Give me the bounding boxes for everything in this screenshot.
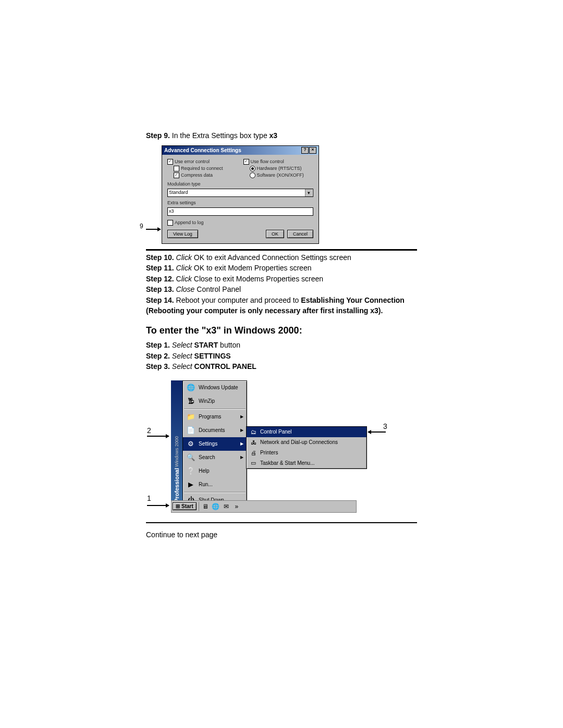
callout-1-arrow bbox=[147, 505, 169, 506]
chevron-right-icon: ▶ bbox=[240, 414, 243, 419]
menu-item-windows-update[interactable]: 🌐Windows Update bbox=[183, 381, 247, 394]
step-14: Step 14. Reboot your computer and procee… bbox=[146, 295, 417, 316]
step-1: Step 1. Select START button bbox=[146, 340, 417, 351]
globe-icon: 🌐 bbox=[186, 383, 195, 392]
start-button[interactable]: ⊞Start bbox=[173, 502, 197, 510]
figure-advanced-connection-settings: 9 Advanced Connection Settings ? × ✓Use … bbox=[146, 145, 417, 244]
input-extra-settings[interactable]: x3 bbox=[167, 207, 313, 216]
checkbox-use-flow-control[interactable]: ✓Use flow control bbox=[243, 159, 313, 165]
step-9: Step 9. In the Extra Settings box type x… bbox=[146, 131, 417, 141]
document-page: Step 9. In the Extra Settings box type x… bbox=[0, 0, 563, 581]
windows-icon: ⊞ bbox=[176, 503, 180, 509]
control-panel-icon: 🗂 bbox=[250, 428, 257, 436]
close-icon[interactable]: × bbox=[309, 147, 316, 154]
menu-item-documents[interactable]: 📄Documents▶ bbox=[183, 424, 247, 437]
section-heading: To enter the "x3" in Windows 2000: bbox=[146, 325, 417, 336]
step-11: Step 11. Click OK to exit Modem Properti… bbox=[146, 263, 417, 274]
select-modulation-type[interactable]: Standard bbox=[167, 189, 313, 197]
help-icon: ❔ bbox=[186, 466, 195, 476]
checkbox-required-to-connect[interactable]: Required to connect bbox=[174, 166, 237, 171]
start-menu: 🌐Windows Update 🗜WinZip 📁Programs▶ 📄Docu… bbox=[182, 380, 247, 508]
callout-9-arrow bbox=[146, 229, 161, 230]
menu-item-winzip[interactable]: 🗜WinZip bbox=[183, 394, 247, 408]
figure-start-menu: 2 1 3 Professional Windows 2000 🌐Windows… bbox=[146, 377, 417, 518]
view-log-button[interactable]: View Log bbox=[167, 230, 198, 238]
label-modulation-type: Modulation type bbox=[167, 181, 313, 187]
menu-item-help[interactable]: ❔Help bbox=[183, 464, 247, 478]
help-icon[interactable]: ? bbox=[301, 147, 309, 154]
menu-item-run[interactable]: ▶Run... bbox=[183, 478, 247, 491]
divider bbox=[146, 249, 417, 251]
programs-icon: 📁 bbox=[186, 412, 195, 422]
start-menu-sidebar-text: Professional Windows 2000 bbox=[171, 380, 182, 504]
callout-3-arrow bbox=[368, 431, 386, 433]
step-13: Step 13. Close Control Panel bbox=[146, 285, 417, 295]
winzip-icon: 🗜 bbox=[186, 397, 195, 406]
checkbox-use-error-control[interactable]: ✓Use error control bbox=[167, 159, 237, 165]
chevron-right-icon: ▶ bbox=[240, 428, 243, 433]
dialog-window: Advanced Connection Settings ? × ✓Use er… bbox=[162, 145, 319, 244]
taskbar: ⊞Start 🖥 🌐 ✉ » bbox=[171, 500, 357, 513]
checkbox-compress-data[interactable]: ✓Compress data bbox=[174, 172, 237, 178]
menu-separator bbox=[184, 409, 246, 410]
label-extra-settings: Extra settings bbox=[167, 200, 313, 205]
run-icon: ▶ bbox=[186, 480, 195, 489]
callout-3-label: 3 bbox=[383, 422, 387, 430]
submenu-item-printers[interactable]: 🖨Printers bbox=[247, 448, 366, 458]
printer-icon: 🖨 bbox=[250, 449, 257, 456]
quick-launch-desktop-icon[interactable]: 🖥 bbox=[201, 502, 210, 511]
checkbox-append-to-log[interactable]: Append to log bbox=[167, 220, 313, 226]
submenu-item-taskbar[interactable]: ▭Taskbar & Start Menu... bbox=[247, 458, 366, 468]
step-9-label: Step 9. bbox=[146, 131, 170, 140]
callout-9-label: 9 bbox=[140, 223, 143, 230]
cancel-button[interactable]: Cancel bbox=[287, 230, 313, 238]
step-3: Step 3. Select CONTROL PANEL bbox=[146, 362, 417, 372]
dialog-title: Advanced Connection Settings bbox=[164, 147, 241, 153]
menu-separator bbox=[184, 492, 246, 493]
chevron-right-icon: ▶ bbox=[240, 441, 243, 446]
menu-item-search[interactable]: 🔍Search▶ bbox=[183, 451, 247, 464]
dialog-titlebar: Advanced Connection Settings ? × bbox=[162, 146, 319, 155]
network-icon: 🖧 bbox=[250, 439, 257, 446]
radio-hardware[interactable]: Hardware (RTS/CTS) bbox=[250, 166, 313, 171]
step-2: Step 2. Select SETTINGS bbox=[146, 351, 417, 362]
chevron-right-icon: ▶ bbox=[240, 455, 243, 460]
taskbar-icon: ▭ bbox=[250, 460, 257, 467]
documents-icon: 📄 bbox=[186, 426, 195, 435]
menu-item-settings[interactable]: ⚙Settings▶ bbox=[183, 437, 247, 451]
settings-icon: ⚙ bbox=[186, 439, 195, 449]
menu-item-programs[interactable]: 📁Programs▶ bbox=[183, 410, 247, 424]
submenu-item-network[interactable]: 🖧Network and Dial-up Connections bbox=[247, 437, 366, 448]
ok-button[interactable]: OK bbox=[266, 230, 284, 238]
callout-2-label: 2 bbox=[147, 426, 151, 435]
step-12: Step 12. Click Close to exit Modems Prop… bbox=[146, 274, 417, 285]
quick-launch-chevron-icon[interactable]: » bbox=[232, 502, 241, 511]
continue-text: Continue to next page bbox=[146, 530, 417, 539]
callout-2-arrow bbox=[147, 436, 169, 437]
quick-launch-outlook-icon[interactable]: ✉ bbox=[222, 502, 230, 511]
settings-submenu: 🗂Control Panel 🖧Network and Dial-up Conn… bbox=[246, 426, 367, 469]
submenu-item-control-panel[interactable]: 🗂Control Panel bbox=[247, 427, 366, 437]
search-icon: 🔍 bbox=[186, 453, 195, 462]
divider bbox=[146, 522, 417, 523]
radio-software[interactable]: Software (XON/XOFF) bbox=[250, 172, 313, 178]
quick-launch-ie-icon[interactable]: 🌐 bbox=[212, 502, 220, 511]
step-10: Step 10. Click OK to exit Advanced Conne… bbox=[146, 253, 417, 263]
callout-1-label: 1 bbox=[147, 494, 151, 502]
